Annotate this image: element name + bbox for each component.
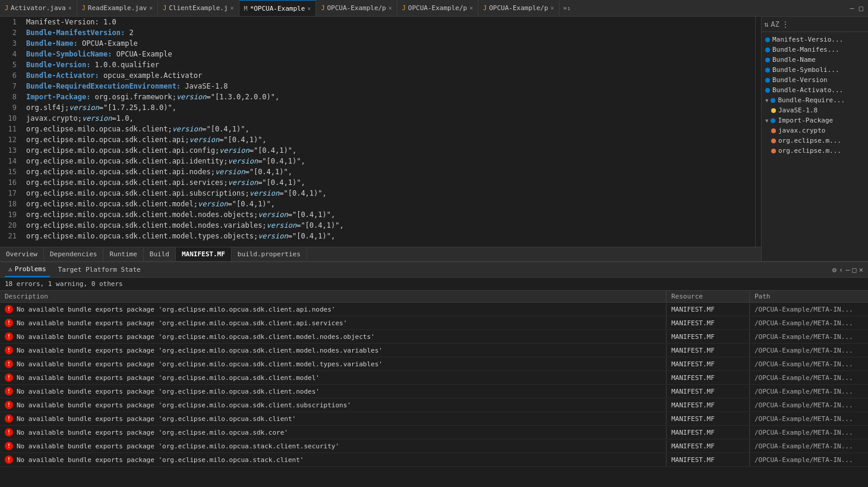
outline-item[interactable]: ▼ Import-Package (762, 115, 868, 125)
outline-item-child[interactable]: javax.crypto (762, 125, 868, 136)
line-number: 19 (7, 209, 17, 220)
tab-p3-close[interactable]: × (551, 5, 554, 11)
tab-activator-close[interactable]: × (68, 5, 72, 11)
outline-az-btn[interactable]: AZ (771, 20, 779, 29)
table-row[interactable]: ! No available bundle exports package 'o… (0, 344, 868, 357)
outline-dot (771, 118, 775, 123)
problem-resource: MANIFEST.MF (666, 372, 749, 384)
expand-arrow-icon: ▼ (765, 98, 768, 103)
outline-toolbar: ⇅ AZ ⋮ (762, 17, 868, 32)
maximize-problems-btn[interactable]: □ (853, 266, 857, 274)
tab-manifest-mf-label: MANIFEST.MF (182, 250, 225, 258)
minimize-btn[interactable]: — (849, 3, 856, 14)
outline-menu-btn[interactable]: ⋮ (782, 20, 789, 29)
problem-description: No available bundle exports package 'org… (17, 442, 339, 450)
line-number: 21 (7, 231, 17, 241)
problem-description: No available bundle exports package 'org… (17, 429, 288, 436)
error-icon: ! (5, 346, 13, 354)
code-line-17: org.eclipse.milo.opcua.sdk.client.api.su… (26, 188, 755, 199)
outline-dot-yellow (771, 108, 776, 113)
tab-p1-close[interactable]: × (389, 5, 392, 11)
tab-p1[interactable]: J OPCUA-Example/p × (316, 0, 397, 16)
col-resource-header: Resource (666, 291, 749, 302)
tab-problems[interactable]: ⚠ Problems (5, 262, 50, 277)
problem-description: No available bundle exports package 'org… (17, 388, 320, 395)
error-icon: ! (5, 360, 13, 368)
tab-readexample-close[interactable]: × (149, 5, 153, 11)
tab-manifest-mf[interactable]: MANIFEST.MF (176, 247, 232, 261)
col-path-header: Path (749, 291, 868, 302)
tab-dependencies[interactable]: Dependencies (44, 247, 103, 261)
outline-dot (765, 58, 770, 62)
editor-bottom-tabs: Overview Dependencies Runtime Build MANI… (0, 247, 761, 261)
tab-opcua-example[interactable]: M *OPCUA-Example × (239, 0, 317, 16)
problem-path: /OPCUA-Example/META-IN... (749, 344, 868, 357)
table-row[interactable]: ! No available bundle exports package 'o… (0, 371, 868, 385)
tab-readexample[interactable]: J ReadExample.jav × (77, 0, 158, 16)
table-row[interactable]: ! No available bundle exports package 'o… (0, 398, 868, 412)
tab-p2[interactable]: J OPCUA-Example/p × (397, 0, 478, 16)
outline-item[interactable]: Bundle-Symboli... (762, 65, 868, 75)
table-row[interactable]: ! No available bundle exports package 'o… (0, 439, 868, 453)
tab-p3[interactable]: J OPCUA-Example/p × (478, 0, 559, 16)
line-number: 13 (7, 145, 17, 156)
table-row[interactable]: ! No available bundle exports package 'o… (0, 453, 868, 467)
editor-content[interactable]: 1 2 3 4 5 6 7 8 9 10 11 12 13 14 15 16 1… (0, 17, 761, 247)
outline-dot (771, 98, 775, 103)
problem-resource: MANIFEST.MF (666, 385, 749, 398)
outline-sort-btn[interactable]: ⇅ (764, 20, 768, 29)
outline-item[interactable]: Bundle-Activato... (762, 85, 868, 95)
problem-resource: MANIFEST.MF (666, 440, 749, 453)
outline-dot (765, 68, 770, 73)
outline-dot (765, 88, 770, 93)
outline-item-label: Bundle-Activato... (772, 86, 843, 94)
tab-overview[interactable]: Overview (0, 247, 44, 261)
table-row[interactable]: ! No available bundle exports package 'o… (0, 303, 868, 316)
main-area: 1 2 3 4 5 6 7 8 9 10 11 12 13 14 15 16 1… (0, 17, 868, 261)
line-number: 17 (7, 188, 17, 199)
outline-item-child[interactable]: JavaSE-1.8 (762, 105, 868, 115)
table-row[interactable]: ! No available bundle exports package 'o… (0, 316, 868, 330)
tab-build-properties[interactable]: build.properties (232, 247, 307, 261)
editor-scrollbar[interactable] (755, 17, 761, 247)
tab-runtime[interactable]: Runtime (103, 247, 143, 261)
outline-item[interactable]: Bundle-Manifes... (762, 45, 868, 55)
outline-item-child[interactable]: org.eclipse.m... (762, 136, 868, 146)
table-row[interactable]: ! No available bundle exports package 'o… (0, 357, 868, 371)
tab-problems-label: Problems (15, 265, 46, 273)
tab-target-platform[interactable]: Target Platform State (55, 262, 144, 277)
outline-item[interactable]: Bundle-Name (762, 55, 868, 65)
outline-item[interactable]: Bundle-Version (762, 75, 868, 85)
collapse-btn[interactable]: ‹ (839, 266, 843, 274)
maximize-btn[interactable]: □ (858, 3, 864, 14)
error-icon: ! (5, 319, 13, 327)
minimize-problems-btn[interactable]: — (845, 266, 850, 274)
problems-table[interactable]: Description Resource Path ! No available… (0, 291, 868, 487)
problem-resource: MANIFEST.MF (666, 344, 749, 357)
code-line-5: Bundle-Version: 1.0.0.qualifier (26, 59, 755, 70)
table-row[interactable]: ! No available bundle exports package 'o… (0, 330, 868, 344)
outline-dot (765, 48, 770, 52)
outline-item-child[interactable]: org.eclipse.m... (762, 146, 868, 156)
tab-overflow[interactable]: »₁ (560, 4, 575, 12)
tab-activator[interactable]: J Activator.java × (0, 0, 77, 16)
editor-area: 1 2 3 4 5 6 7 8 9 10 11 12 13 14 15 16 1… (0, 17, 761, 261)
tab-build[interactable]: Build (144, 247, 176, 261)
filter-icon[interactable]: ⚙ (832, 266, 837, 274)
tab-readexample-icon: J (82, 5, 86, 11)
tab-p2-close[interactable]: × (469, 5, 473, 11)
tab-clientexample[interactable]: J ClientExample.j × (158, 0, 239, 16)
tab-opcua-example-close[interactable]: × (307, 5, 311, 12)
table-row[interactable]: ! No available bundle exports package 'o… (0, 385, 868, 398)
code-line-2: Bundle-ManifestVersion: 2 (26, 27, 755, 38)
tab-clientexample-close[interactable]: × (231, 5, 234, 11)
outline-item[interactable]: Manifest-Versio... (762, 34, 868, 45)
table-row[interactable]: ! No available bundle exports package 'o… (0, 426, 868, 439)
outline-item[interactable]: ▼ Bundle-Require... (762, 95, 868, 105)
close-problems-btn[interactable]: × (859, 266, 863, 274)
outline-item-label: javax.crypto (778, 127, 825, 134)
code-line-6: Bundle-Activator: opcua_example.Activato… (26, 70, 755, 81)
table-row[interactable]: ! No available bundle exports package 'o… (0, 412, 868, 426)
code-lines: Manifest-Version: 1.0 Bundle-ManifestVer… (21, 17, 755, 247)
tab-clientexample-icon: J (163, 5, 166, 11)
